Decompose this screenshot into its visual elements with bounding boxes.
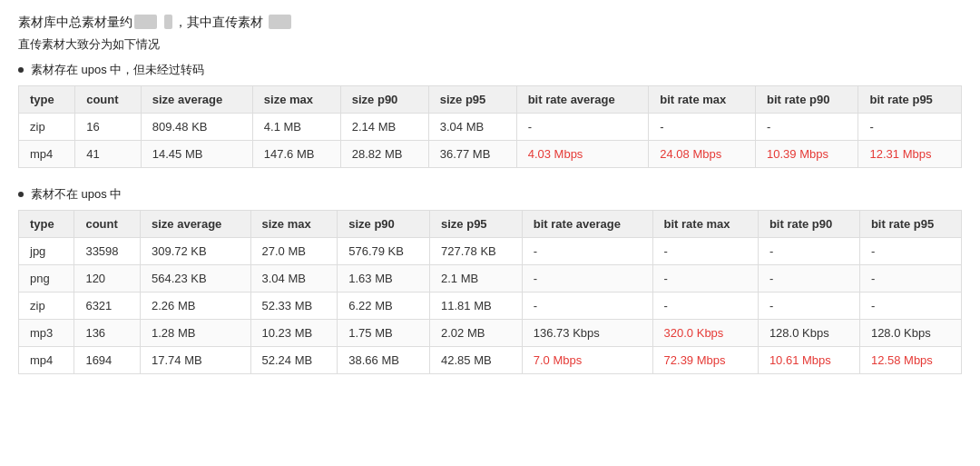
- cell-type: jpg: [19, 238, 74, 265]
- cell-bit_rate_average: -: [516, 114, 649, 141]
- bullet-icon: [18, 67, 24, 73]
- cell-size_p95: 3.04 MB: [428, 114, 516, 141]
- cell-size_average: 2.26 MB: [141, 292, 251, 320]
- col-header-type2: type: [19, 211, 74, 238]
- cell-size_p90: 1.63 MB: [338, 265, 430, 292]
- cell-type: mp3: [19, 320, 74, 347]
- cell-size_p90: 2.14 MB: [340, 114, 428, 141]
- col-header-bit-rate-p90-2: bit rate p90: [758, 211, 859, 238]
- cell-type: zip: [19, 114, 75, 141]
- cell-size_average: 309.72 KB: [141, 238, 251, 265]
- cell-bit_rate_p95: -: [859, 265, 961, 292]
- cell-size_max: 10.23 MB: [250, 320, 338, 347]
- cell-size_p90: 38.66 MB: [338, 347, 430, 374]
- col-header-size-p95: size p95: [428, 86, 516, 114]
- cell-bit_rate_max: 72.39 Mbps: [652, 347, 758, 374]
- col-header-bit-rate-p95: bit rate p95: [858, 86, 962, 114]
- col-header-type: type: [19, 86, 75, 114]
- section2-title: 素材不在 upos 中: [18, 186, 962, 203]
- col-header-bit-rate-p90: bit rate p90: [756, 86, 858, 114]
- section1-table: type count size average size max size p9…: [18, 85, 962, 168]
- cell-type: mp4: [19, 347, 74, 374]
- cell-bit_rate_p90: -: [758, 292, 859, 320]
- cell-size_max: 147.6 MB: [252, 141, 340, 168]
- cell-size_max: 52.33 MB: [250, 292, 338, 320]
- cell-size_p90: 28.82 MB: [340, 141, 428, 168]
- col-header-bit-rate-average: bit rate average: [516, 86, 649, 114]
- cell-bit_rate_average: -: [522, 292, 652, 320]
- cell-count: 16: [75, 114, 142, 141]
- cell-bit_rate_max: 320.0 Kbps: [652, 320, 758, 347]
- cell-type: mp4: [19, 141, 75, 168]
- table-row: mp44114.45 MB147.6 MB28.82 MB36.77 MB4.0…: [19, 141, 962, 168]
- cell-size_p95: 11.81 MB: [430, 292, 523, 320]
- col-header-count2: count: [74, 211, 141, 238]
- cell-bit_rate_p95: 128.0 Kbps: [859, 320, 961, 347]
- cell-bit_rate_p90: 128.0 Kbps: [758, 320, 859, 347]
- cell-bit_rate_p90: -: [758, 238, 859, 265]
- cell-type: png: [19, 265, 74, 292]
- table-row: mp4169417.74 MB52.24 MB38.66 MB42.85 MB7…: [19, 347, 962, 374]
- cell-size_average: 17.74 MB: [141, 347, 251, 374]
- table-row: jpg33598309.72 KB27.0 MB576.79 KB727.78 …: [19, 238, 962, 265]
- col-header-size-p90-2: size p90: [338, 211, 430, 238]
- cell-size_max: 4.1 MB: [252, 114, 340, 141]
- cell-size_p90: 1.75 MB: [338, 320, 430, 347]
- cell-bit_rate_max: -: [652, 265, 758, 292]
- table-row: zip63212.26 MB52.33 MB6.22 MB11.81 MB---…: [19, 292, 962, 320]
- cell-size_p95: 36.77 MB: [428, 141, 516, 168]
- cell-size_average: 564.23 KB: [141, 265, 251, 292]
- cell-size_p95: 727.78 KB: [430, 238, 523, 265]
- cell-size_p90: 576.79 KB: [338, 238, 430, 265]
- cell-bit_rate_average: -: [522, 238, 652, 265]
- cell-size_max: 27.0 MB: [250, 238, 338, 265]
- table-row: png120564.23 KB3.04 MB1.63 MB2.1 MB----: [19, 265, 962, 292]
- sub-header: 直传素材大致分为如下情况: [18, 36, 962, 53]
- cell-size_p95: 42.85 MB: [430, 347, 523, 374]
- bullet-icon2: [18, 192, 24, 197]
- cell-size_p95: 2.1 MB: [430, 265, 523, 292]
- cell-bit_rate_p95: -: [858, 114, 962, 141]
- section1-title: 素材存在 upos 中，但未经过转码: [18, 62, 962, 78]
- col-header-size-average2: size average: [141, 211, 251, 238]
- cell-count: 33598: [74, 238, 141, 265]
- section-upos-not-transcoded: 素材存在 upos 中，但未经过转码 type count size avera…: [18, 62, 962, 168]
- cell-bit_rate_p90: 10.39 Mbps: [756, 141, 858, 168]
- cell-count: 120: [74, 265, 141, 292]
- col-header-size-average: size average: [141, 86, 252, 114]
- cell-bit_rate_average: -: [522, 265, 652, 292]
- cell-bit_rate_p95: -: [859, 292, 961, 320]
- cell-bit_rate_p90: -: [756, 114, 858, 141]
- cell-size_max: 3.04 MB: [250, 265, 338, 292]
- cell-count: 41: [75, 141, 142, 168]
- section-not-in-upos: 素材不在 upos 中 type count size average size…: [18, 186, 962, 374]
- cell-count: 1694: [74, 347, 141, 374]
- cell-bit_rate_p90: 10.61 Mbps: [758, 347, 859, 374]
- cell-bit_rate_average: 136.73 Kbps: [522, 320, 652, 347]
- cell-bit_rate_p95: 12.58 Mbps: [859, 347, 961, 374]
- cell-bit_rate_max: -: [652, 292, 758, 320]
- cell-bit_rate_p95: 12.31 Mbps: [858, 141, 962, 168]
- col-header-size-p95-2: size p95: [430, 211, 523, 238]
- col-header-size-p90: size p90: [340, 86, 428, 114]
- cell-size_average: 1.28 MB: [141, 320, 251, 347]
- cell-bit_rate_p90: -: [758, 265, 859, 292]
- header-line1: 素材库中总素材量约■■■ ■，其中直传素材 ■■■: [18, 15, 962, 31]
- col-header-size-max: size max: [252, 86, 340, 114]
- cell-bit_rate_max: -: [649, 114, 756, 141]
- col-header-bit-rate-average2: bit rate average: [522, 211, 652, 238]
- cell-size_average: 809.48 KB: [141, 114, 252, 141]
- cell-size_average: 14.45 MB: [141, 141, 252, 168]
- cell-bit_rate_p95: -: [859, 238, 961, 265]
- table-row: mp31361.28 MB10.23 MB1.75 MB2.02 MB136.7…: [19, 320, 962, 347]
- col-header-count: count: [75, 86, 142, 114]
- section2-table: type count size average size max size p9…: [18, 210, 962, 374]
- col-header-size-max2: size max: [250, 211, 338, 238]
- cell-bit_rate_max: -: [652, 238, 758, 265]
- col-header-bit-rate-max2: bit rate max: [652, 211, 758, 238]
- cell-size_max: 52.24 MB: [250, 347, 338, 374]
- cell-count: 6321: [74, 292, 141, 320]
- cell-type: zip: [19, 292, 74, 320]
- table-row: zip16809.48 KB4.1 MB2.14 MB3.04 MB----: [19, 114, 962, 141]
- col-header-bit-rate-max: bit rate max: [649, 86, 756, 114]
